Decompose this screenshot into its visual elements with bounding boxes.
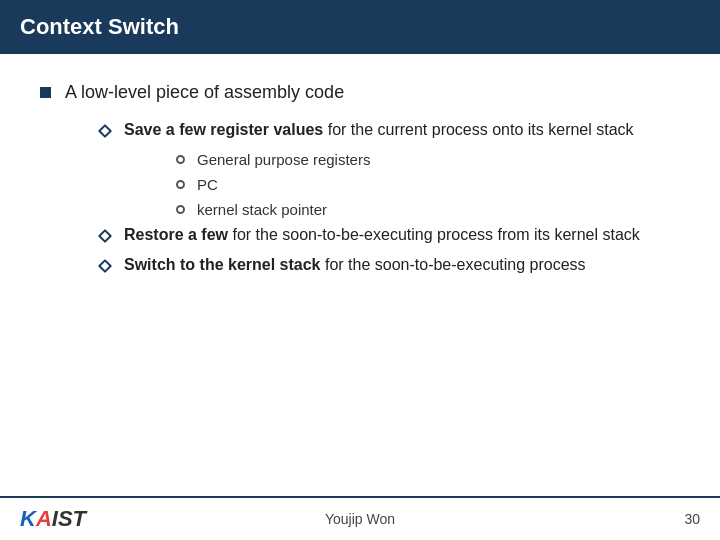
sub-bullets-container: Save a few register values for the curre… — [100, 121, 680, 274]
sub-sub-bullet-1: General purpose registers — [176, 151, 680, 168]
circle-bullet-icon-2 — [176, 180, 185, 189]
main-bullet-item: A low-level piece of assembly code — [40, 82, 680, 103]
footer-presenter: Youjip Won — [325, 511, 395, 527]
circle-bullet-icon-1 — [176, 155, 185, 164]
footer-page: 30 — [684, 511, 700, 527]
sub-bullet-item-1: Save a few register values for the curre… — [100, 121, 680, 139]
logo-k: K — [20, 506, 36, 532]
sub-bullet-item-2: Restore a few for the soon-to-be-executi… — [100, 226, 680, 244]
sub-sub-bullet-text-3: kernel stack pointer — [197, 201, 327, 218]
diamond-bullet-icon-3 — [98, 259, 112, 273]
sub-sub-bullet-2: PC — [176, 176, 680, 193]
logo-a: A — [36, 506, 52, 532]
square-bullet-icon — [40, 87, 51, 98]
footer-logo: K A IST — [20, 506, 86, 532]
sub-bullet-text-3: Switch to the kernel stack for the soon-… — [124, 256, 586, 274]
sub-bullet-bold-2: Restore a few — [124, 226, 228, 243]
diamond-bullet-icon-1 — [98, 124, 112, 138]
footer: K A IST Youjip Won 30 — [0, 496, 720, 540]
content-area: A low-level piece of assembly code Save … — [0, 54, 720, 306]
sub-sub-bullet-3: kernel stack pointer — [176, 201, 680, 218]
diamond-bullet-icon-2 — [98, 229, 112, 243]
sub-bullet-text-2: Restore a few for the soon-to-be-executi… — [124, 226, 640, 244]
sub-bullet-bold-3: Switch to the kernel stack — [124, 256, 321, 273]
sub-bullet-rest-1: for the current process onto its kernel … — [323, 121, 633, 138]
sub-bullet-bold-1: Save a few register values — [124, 121, 323, 138]
main-bullet-text: A low-level piece of assembly code — [65, 82, 344, 103]
sub-bullet-text-1: Save a few register values for the curre… — [124, 121, 634, 139]
circle-bullet-icon-3 — [176, 205, 185, 214]
logo-ist: IST — [52, 506, 86, 532]
header: Context Switch — [0, 0, 720, 54]
sub-bullet-rest-3: for the soon-to-be-executing process — [321, 256, 586, 273]
sub-bullet-rest-2: for the soon-to-be-executing process fro… — [228, 226, 640, 243]
sub-sub-bullet-text-2: PC — [197, 176, 218, 193]
sub-bullet-item-3: Switch to the kernel stack for the soon-… — [100, 256, 680, 274]
sub-sub-bullet-text-1: General purpose registers — [197, 151, 370, 168]
sub-sub-bullets-container: General purpose registers PC kernel stac… — [176, 151, 680, 218]
header-title: Context Switch — [20, 14, 179, 40]
